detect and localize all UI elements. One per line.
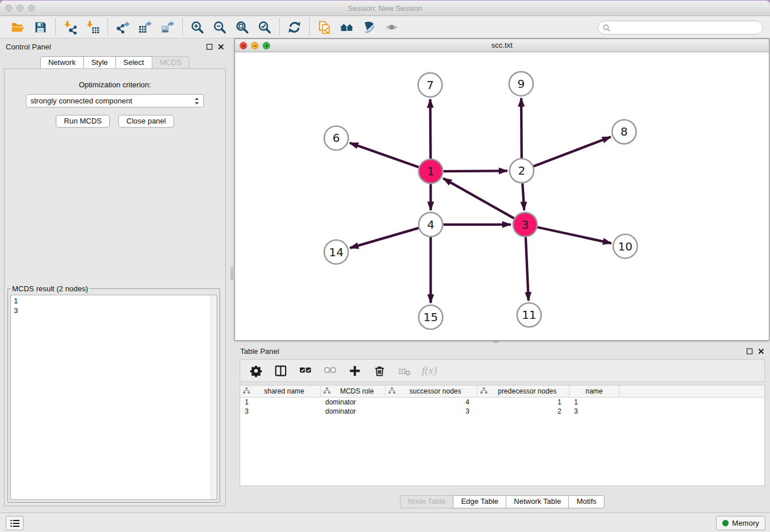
delete-column-icon[interactable]	[372, 363, 386, 378]
network-close-button[interactable]	[240, 42, 247, 49]
gear-icon[interactable]	[249, 363, 263, 378]
table-cell: 1	[569, 398, 619, 406]
criterion-select[interactable]: strongly connected component	[26, 94, 204, 107]
table-cell: dominator	[321, 407, 386, 415]
close-panel-button[interactable]: Close panel	[118, 115, 174, 128]
split-columns-icon[interactable]	[274, 363, 287, 378]
graph-node-8[interactable]: 8	[612, 120, 636, 144]
run-mcds-button[interactable]: Run MCDS	[56, 115, 110, 128]
float-panel-icon[interactable]	[206, 44, 213, 50]
graph-edge-2-9[interactable]	[521, 98, 522, 159]
mcds-result-fieldset: MCDS result (2 nodes) 1 3	[7, 284, 220, 503]
zoom-out-icon[interactable]	[212, 20, 228, 35]
graph-node-6[interactable]: 6	[324, 126, 348, 150]
column-header-shared-name[interactable]: shared name	[240, 385, 321, 397]
column-header-MCDS-role[interactable]: MCDS role	[321, 385, 386, 397]
network-zoom-button[interactable]	[263, 42, 270, 49]
graph-edge-3-1[interactable]	[443, 178, 514, 218]
tab-style[interactable]: Style	[83, 56, 116, 70]
eye-icon[interactable]	[384, 20, 399, 35]
column-tree-icon	[480, 387, 487, 396]
zoom-selected-icon[interactable]	[257, 20, 272, 35]
export-image-icon[interactable]	[160, 20, 175, 35]
tab-motifs[interactable]: Motifs	[568, 495, 605, 508]
graph-node-3[interactable]: 3	[513, 213, 537, 237]
graph-edge-4-14[interactable]	[350, 228, 418, 248]
vertical-splitter-grip[interactable]	[230, 266, 233, 280]
column-header-predecessor-nodes[interactable]: predecessor nodes	[478, 385, 569, 397]
tab-select[interactable]: Select	[116, 56, 152, 70]
table-toolbar: f(x)	[240, 359, 765, 382]
show-panel-button[interactable]	[6, 516, 24, 530]
tab-mcds[interactable]: MCDS	[152, 56, 190, 70]
graph-node-11[interactable]: 11	[517, 303, 541, 327]
minimize-window-button[interactable]	[17, 5, 24, 11]
graph-node-4[interactable]: 4	[419, 213, 443, 237]
tab-network-table[interactable]: Network Table	[506, 495, 569, 508]
column-header-name[interactable]: name	[569, 385, 619, 397]
import-network-icon[interactable]	[63, 20, 78, 35]
vertical-splitter[interactable]	[230, 39, 234, 513]
houses-icon[interactable]	[339, 20, 355, 35]
graph-edge-1-6[interactable]	[350, 143, 419, 167]
float-table-panel-icon[interactable]	[746, 348, 753, 354]
svg-text:15: 15	[424, 311, 438, 324]
save-icon[interactable]	[33, 20, 48, 35]
search-box[interactable]	[598, 21, 763, 34]
graphics-details-icon[interactable]	[361, 20, 377, 35]
graph-node-9[interactable]: 9	[509, 72, 533, 96]
zoom-window-button[interactable]	[28, 5, 35, 11]
mcds-result-area[interactable]: 1 3	[10, 295, 217, 500]
table-cell: 4	[386, 398, 478, 406]
close-panel-icon[interactable]	[218, 44, 224, 50]
export-network-icon[interactable]	[115, 20, 130, 35]
network-minimize-button[interactable]	[251, 42, 259, 49]
list-icon	[10, 519, 20, 528]
export-table-icon[interactable]	[137, 20, 153, 35]
graph-node-10[interactable]: 10	[613, 234, 637, 259]
svg-text:10: 10	[618, 240, 632, 253]
duplicate-network-icon[interactable]	[317, 20, 332, 35]
table-row[interactable]: 3dominator323	[240, 407, 764, 416]
select-spinner-icon	[194, 97, 199, 105]
memory-button[interactable]: Memory	[716, 516, 765, 530]
zoom-in-icon[interactable]	[190, 20, 205, 35]
graph-edge-2-8[interactable]	[533, 137, 610, 166]
graph-node-14[interactable]: 14	[324, 240, 348, 264]
svg-text:8: 8	[621, 125, 628, 138]
delete-table-icon	[397, 363, 411, 378]
table-cell: 1	[478, 398, 569, 406]
import-table-icon[interactable]	[85, 20, 101, 35]
svg-text:7: 7	[426, 79, 434, 92]
graph-edge-1-2[interactable]	[443, 171, 507, 171]
svg-text:11: 11	[522, 309, 536, 322]
tab-node-table[interactable]: Node Table	[400, 495, 454, 508]
open-folder-icon[interactable]	[10, 20, 26, 35]
refresh-icon[interactable]	[287, 20, 302, 35]
graph-node-2[interactable]: 2	[510, 159, 534, 183]
graph-edge-3-10[interactable]	[537, 227, 611, 243]
graph-node-1[interactable]: 1	[419, 159, 443, 183]
close-table-panel-icon[interactable]	[758, 348, 764, 354]
result-scrollbar[interactable]	[210, 295, 217, 499]
search-input[interactable]	[613, 24, 758, 32]
graph-edge-2-3[interactable]	[522, 183, 524, 210]
network-canvas[interactable]: 7968124314101511	[235, 52, 769, 340]
graph-edge-1-7[interactable]	[430, 99, 431, 159]
svg-text:9: 9	[518, 78, 525, 91]
tab-edge-table[interactable]: Edge Table	[453, 495, 506, 508]
select-all-icon[interactable]	[298, 363, 312, 378]
toolbar-group	[309, 18, 406, 36]
table-row[interactable]: 1dominator411	[240, 398, 764, 407]
add-column-icon[interactable]	[348, 363, 361, 378]
graph-node-7[interactable]: 7	[418, 73, 442, 97]
graph-edge-3-11[interactable]	[526, 237, 529, 301]
zoom-fit-icon[interactable]	[234, 20, 250, 35]
graph-node-15[interactable]: 15	[419, 305, 443, 329]
close-window-button[interactable]	[5, 5, 12, 11]
control-panel-title: Control Panel	[6, 43, 51, 51]
deselect-all-icon[interactable]	[323, 363, 337, 378]
column-header-successor-nodes[interactable]: successor nodes	[386, 385, 478, 397]
table-cell: 3	[240, 407, 321, 415]
tab-network[interactable]: Network	[40, 56, 84, 70]
